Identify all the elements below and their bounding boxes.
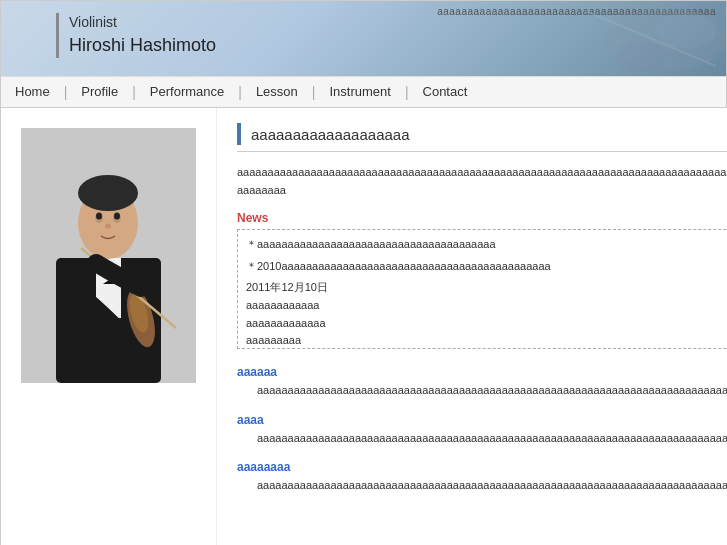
svg-point-3 <box>656 13 716 49</box>
main-content: aaaaaaaaaaaaaaaaaaa aaaaaaaaaaaaaaaaaaaa… <box>216 108 727 545</box>
nav-bar: Home | Profile | Performance | Lesson | … <box>1 76 726 108</box>
section-link-1[interactable]: aaaa <box>237 413 727 427</box>
news-line-2: aaaaaaaaaaaaa <box>246 315 727 333</box>
sidebar <box>1 108 216 545</box>
intro-text: aaaaaaaaaaaaaaaaaaaaaaaaaaaaaaaaaaaaaaaa… <box>237 164 727 199</box>
news-label: News <box>237 211 727 225</box>
section-desc-2: aaaaaaaaaaaaaaaaaaaaaaaaaaaaaaaaaaaaaaaa… <box>237 477 727 494</box>
section-desc-1: aaaaaaaaaaaaaaaaaaaaaaaaaaaaaaaaaaaaaaaa… <box>237 430 727 447</box>
sections-container: aaaaaaaaaaaaaaaaaaaaaaaaaaaaaaaaaaaaaaaa… <box>237 365 727 494</box>
header: aaaaaaaaaaaaaaaaaaaaaaaaaaaaaaaaaaaaaaaa… <box>1 1 726 76</box>
page-title-accent <box>237 123 241 145</box>
news-section: News ＊aaaaaaaaaaaaaaaaaaaaaaaaaaaaaaaaaa… <box>237 211 727 349</box>
page-title-bar: aaaaaaaaaaaaaaaaaaa <box>237 123 727 152</box>
news-box-inner[interactable]: ＊aaaaaaaaaaaaaaaaaaaaaaaaaaaaaaaaaaaaaaa… <box>246 236 727 344</box>
news-item-2: ＊2010aaaaaaaaaaaaaaaaaaaaaaaaaaaaaaaaaaa… <box>246 258 727 276</box>
news-item-1: ＊aaaaaaaaaaaaaaaaaaaaaaaaaaaaaaaaaaaaaaa <box>246 236 727 254</box>
svg-point-1 <box>616 41 666 71</box>
header-violin-decoration <box>446 1 726 76</box>
news-dated-item: 2011年12月10日 aaaaaaaaaaaa aaaaaaaaaaaaa a… <box>246 279 727 344</box>
content-area: aaaaaaaaaaaaaaaaaaa aaaaaaaaaaaaaaaaaaaa… <box>1 108 726 545</box>
section-desc-0: aaaaaaaaaaaaaaaaaaaaaaaaaaaaaaaaaaaaaaaa… <box>237 382 727 399</box>
section-section1: aaaaaaaaaaaaaaaaaaaaaaaaaaaaaaaaaaaaaaaa… <box>237 365 727 399</box>
header-name-line2: Hiroshi Hashimoto <box>69 33 216 58</box>
nav-item-performance[interactable]: Performance <box>136 76 238 108</box>
profile-photo-svg <box>21 128 196 383</box>
nav-item-home[interactable]: Home <box>1 76 64 108</box>
svg-point-12 <box>96 213 102 220</box>
news-date: 2011年12月10日 <box>246 279 727 297</box>
nav-item-instrument[interactable]: Instrument <box>315 76 404 108</box>
header-name-line1: Violinist <box>69 13 216 33</box>
nav-item-lesson[interactable]: Lesson <box>242 76 312 108</box>
page-title: aaaaaaaaaaaaaaaaaaa <box>251 126 410 143</box>
svg-point-13 <box>114 213 120 220</box>
news-line-1: aaaaaaaaaaaa <box>246 297 727 315</box>
section-link-0[interactable]: aaaaaa <box>237 365 727 379</box>
news-box: ＊aaaaaaaaaaaaaaaaaaaaaaaaaaaaaaaaaaaaaaa… <box>237 229 727 349</box>
nav-item-contact[interactable]: Contact <box>409 76 482 108</box>
svg-point-9 <box>78 175 138 211</box>
nav-item-profile[interactable]: Profile <box>67 76 132 108</box>
section-link-2[interactable]: aaaaaaaa <box>237 460 727 474</box>
section-section3: aaaaaaaaaaaaaaaaaaaaaaaaaaaaaaaaaaaaaaaa… <box>237 460 727 494</box>
header-title: Violinist Hiroshi Hashimoto <box>56 13 216 58</box>
section-section2: aaaaaaaaaaaaaaaaaaaaaaaaaaaaaaaaaaaaaaaa… <box>237 413 727 447</box>
svg-point-14 <box>105 224 111 229</box>
profile-photo <box>21 128 196 383</box>
news-line-3: aaaaaaaaa <box>246 332 727 344</box>
